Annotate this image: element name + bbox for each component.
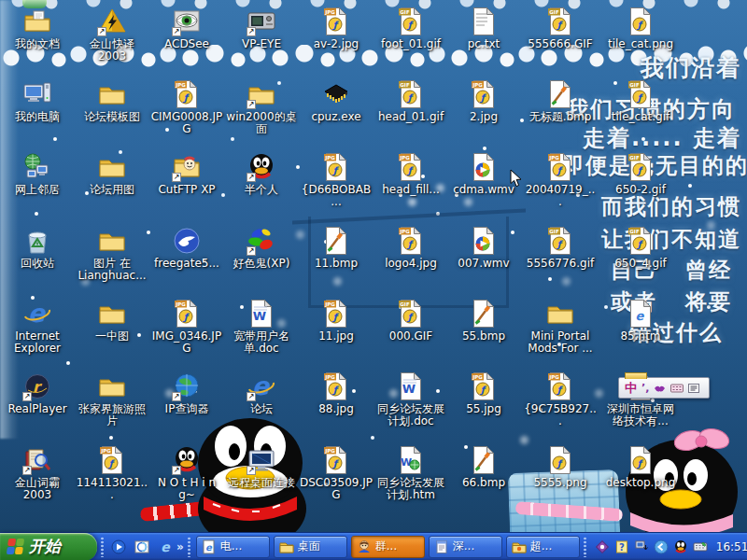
freegate-icon bbox=[172, 226, 202, 256]
desktop-icon-label: 555666.GIF bbox=[524, 38, 597, 50]
desktop-icon[interactable]: ƒtile_cat.png bbox=[604, 7, 677, 50]
desktop-icon[interactable]: JPGƒav-2.jpg bbox=[300, 7, 373, 50]
tasks-grip[interactable] bbox=[188, 537, 190, 557]
start-button[interactable]: 开始 bbox=[0, 533, 97, 560]
desktop-icon[interactable]: 一中图 bbox=[76, 299, 148, 343]
desktop-icon[interactable]: 55.bmp bbox=[447, 299, 520, 343]
desktop-icon[interactable]: 我的文档 bbox=[1, 7, 74, 50]
svg-text:JPG: JPG bbox=[324, 448, 335, 455]
desktop-icon[interactable]: 我的电脑 bbox=[1, 79, 74, 123]
svg-text:W: W bbox=[402, 382, 416, 396]
desktop-icon[interactable]: JPGƒlogo4.jpg bbox=[374, 226, 447, 270]
desktop-icon[interactable]: JPGƒ55.jpg bbox=[447, 371, 520, 415]
desktop-icon[interactable]: GIFƒtile_cat.gif bbox=[604, 79, 677, 123]
desktop-icon[interactable]: e85.htm bbox=[604, 299, 677, 343]
desktop-icon[interactable]: cdma.wmv bbox=[447, 152, 520, 196]
jpg-icon: JPGƒ bbox=[321, 299, 351, 329]
desktop-icon[interactable]: ↗N O t H i n g~ bbox=[150, 445, 223, 501]
taskbar-task-4[interactable]: 深... bbox=[429, 536, 502, 558]
desktop-icon[interactable]: JPGƒDSC03509.JPG bbox=[300, 445, 373, 501]
help-note-icon[interactable]: ? bbox=[614, 539, 629, 554]
desktop-icon[interactable]: JPGƒhead_fill... bbox=[374, 152, 447, 196]
desktop-icon[interactable]: JPGƒ11.jpg bbox=[300, 299, 373, 343]
desktop-icon[interactable]: JPGƒ88.jpg bbox=[300, 371, 373, 415]
desktop-icon[interactable]: ↗好色鬼(XP) bbox=[225, 226, 298, 270]
desktop-icon[interactable]: r↗RealPlayer bbox=[1, 371, 74, 415]
taskbar-task-5[interactable]: 超... bbox=[506, 536, 580, 558]
desktop-icon[interactable]: GIFƒfoot_01.gif bbox=[374, 7, 447, 50]
desktop-icon[interactable]: ↗半个人 bbox=[225, 152, 298, 196]
desktop-icon-label: 007.wmv bbox=[447, 258, 520, 270]
quick-launch-overflow-chevron[interactable]: » bbox=[176, 540, 184, 553]
folder-icon bbox=[545, 299, 575, 329]
desktop-icon[interactable]: 张家界旅游照片 bbox=[76, 371, 148, 427]
desktop-icon[interactable]: ↗win2000的桌面 bbox=[225, 79, 298, 135]
desktop-icon[interactable]: JPGƒ114113021... bbox=[76, 445, 148, 501]
desktop-icon[interactable]: 图片 在 Lianghuac... bbox=[76, 226, 148, 282]
desktop-icon[interactable]: cpuz.exe bbox=[300, 79, 373, 123]
desktop-icon[interactable]: 11.bmp bbox=[300, 226, 373, 270]
recycle-icon bbox=[22, 226, 52, 256]
taskbar-task-3[interactable]: 群... bbox=[351, 536, 425, 558]
desktop-icon[interactable]: JPGƒ{9C75B927... bbox=[524, 371, 597, 427]
desktop-icon[interactable]: ↗远程桌面连接 bbox=[225, 445, 298, 489]
qq-icon[interactable] bbox=[673, 539, 688, 554]
svg-text:GIF: GIF bbox=[549, 229, 559, 234]
desktop-icon[interactable]: ↗IP查询器 bbox=[150, 371, 223, 415]
desktop-icon[interactable]: JPGƒ{D66BOBAB... bbox=[300, 152, 373, 208]
desktop-icon[interactable]: 无标题.bmp bbox=[524, 79, 597, 123]
desktop-icon[interactable]: JPGƒCIMG0008.JPG bbox=[150, 79, 223, 135]
media-player-icon[interactable] bbox=[109, 538, 128, 556]
desktop-icon[interactable]: ↗金山快译 2003 bbox=[76, 7, 148, 63]
tray-clock[interactable]: 16:51 bbox=[716, 540, 747, 553]
dochtm-icon: W bbox=[396, 445, 426, 475]
ime-menu-icon[interactable] bbox=[688, 379, 699, 397]
desktop-icon[interactable]: 论坛模板图 bbox=[76, 79, 148, 123]
desktop-icon[interactable]: JPGƒIMG_0346.JPG bbox=[150, 299, 223, 355]
desktop-icon[interactable]: e↗论坛 bbox=[225, 371, 298, 415]
desktop-icon[interactable]: W同乡论坛发展计划.doc bbox=[374, 371, 447, 427]
desktop-icon[interactable]: 66.bmp bbox=[447, 445, 520, 489]
taskbar-task-1[interactable]: e电... bbox=[196, 536, 270, 558]
desktop-icon[interactable]: W同乡论坛发展计划.htm bbox=[374, 445, 447, 501]
desktop-icon[interactable]: freegate5... bbox=[150, 226, 223, 270]
desktop-icon[interactable]: JPGƒ20040719_... bbox=[524, 152, 597, 208]
ime-lips-icon[interactable] bbox=[654, 379, 666, 397]
desktop-icon[interactable]: GIFƒ5556776.gif bbox=[524, 226, 597, 270]
ime-punctuation-button[interactable]: ’, bbox=[641, 383, 649, 393]
svg-text:GIF: GIF bbox=[629, 82, 640, 88]
ime-mode-button[interactable]: 中 bbox=[625, 382, 637, 394]
desktop-icon[interactable]: 007.wmv bbox=[447, 226, 520, 270]
desktop-icon[interactable]: 网上邻居 bbox=[1, 152, 74, 196]
ime-language-bar[interactable]: 中 ’, bbox=[618, 377, 710, 399]
desktop-icon[interactable]: GIFƒ650_4.gif bbox=[604, 226, 677, 270]
desktop-icon[interactable]: GIFƒ650-2.gif bbox=[604, 152, 677, 196]
collapse-chevron-icon[interactable] bbox=[654, 539, 669, 554]
desktop-icon[interactable]: GIFƒ555666.GIF bbox=[524, 7, 597, 50]
quick-launch-grip[interactable] bbox=[101, 537, 104, 557]
desktop-icon[interactable]: ↗VP-EYE bbox=[225, 7, 298, 50]
internet-explorer-icon[interactable]: e bbox=[156, 538, 175, 556]
desktop-icon[interactable]: W宽带用户名单.doc bbox=[225, 299, 298, 355]
desktop-icon[interactable]: 论坛用图 bbox=[76, 152, 148, 196]
desktop-icon[interactable]: ƒdesktop.png bbox=[604, 445, 677, 489]
desktop-icon[interactable]: JPGƒ2.jpg bbox=[447, 79, 520, 123]
desktop-icon[interactable]: ↗CutFTP XP bbox=[150, 152, 223, 196]
desktop-icon[interactable]: GIFƒ000.GIF bbox=[374, 299, 447, 343]
desktop-icon[interactable]: 回收站 bbox=[1, 226, 74, 270]
desktop-icon[interactable]: eInternet Explorer bbox=[1, 299, 74, 355]
desktop-icon-label: 同乡论坛发展计划.htm bbox=[374, 477, 447, 501]
taskbar-task-2[interactable]: 桌面 bbox=[274, 536, 347, 558]
desktop-icon[interactable]: Mini Portal Mods For ... bbox=[524, 299, 597, 355]
desktop[interactable]: 我们沿着我们习惯的方向走着..... 走着即便是毫无目的的而我们的习惯让我们不知… bbox=[0, 0, 747, 560]
purple-app-icon[interactable] bbox=[595, 539, 610, 554]
outlook-express-icon[interactable] bbox=[133, 538, 151, 556]
desktop-icon[interactable]: pc.txt bbox=[447, 7, 520, 50]
ime-keyboard-icon[interactable] bbox=[693, 539, 708, 554]
ime-soft-keyboard-icon[interactable] bbox=[670, 379, 684, 397]
desktop-icon[interactable]: GIFƒhead_01.gif bbox=[374, 79, 447, 123]
desktop-icon[interactable]: ↗ACDSee bbox=[150, 7, 223, 50]
desktop-icon[interactable]: ƒ5555.png bbox=[524, 445, 597, 489]
desktop-icon[interactable]: ↗金山词霸 2003 bbox=[1, 445, 74, 501]
display-arrow-icon[interactable] bbox=[634, 539, 649, 554]
